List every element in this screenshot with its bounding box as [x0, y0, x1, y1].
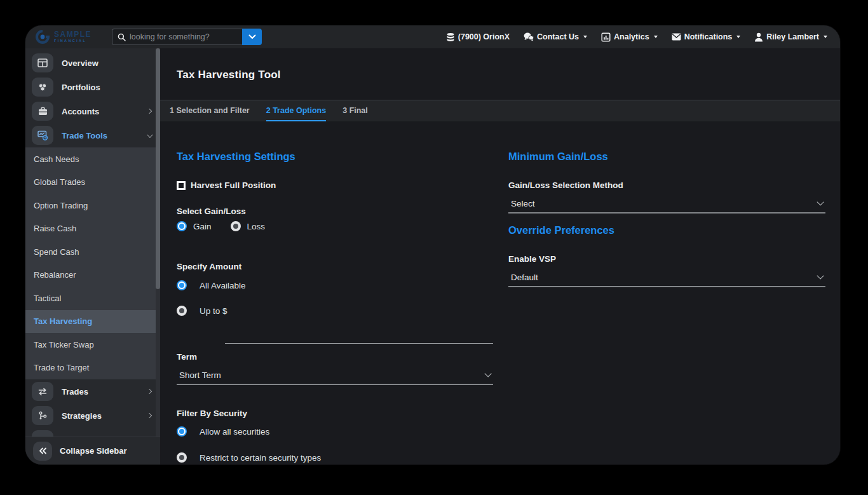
tab-selection-and-filter[interactable]: 1 Selection and Filter — [170, 100, 250, 121]
coins-icon — [37, 83, 48, 92]
sidebar-item-label: Portfolios — [62, 83, 100, 92]
submenu-item-option-trading[interactable]: Option Trading — [25, 194, 160, 217]
checkbox-icon[interactable] — [177, 181, 186, 190]
radio-unselected-icon[interactable] — [177, 452, 187, 463]
grid-icon — [37, 58, 48, 67]
loss-radio[interactable]: Loss — [231, 221, 266, 231]
analytics-menu[interactable]: Analytics — [601, 32, 658, 42]
submenu-item-tactical[interactable]: Tactical — [25, 287, 160, 310]
allow-all-securities-radio[interactable]: Allow all securities — [177, 426, 269, 437]
filter-by-security-label: Filter By Security — [177, 409, 247, 418]
submenu-item-raise-cash[interactable]: Raise Cash — [25, 217, 160, 241]
term-label: Term — [177, 352, 197, 362]
chevron-right-icon — [147, 389, 152, 394]
search-input[interactable] — [130, 32, 237, 41]
trade-tools-submenu: Cash Needs Global Trades Option Trading … — [25, 147, 160, 379]
environment-label: (7900) OrionX — [458, 32, 510, 41]
gain-loss-radio-group: Gain Loss — [177, 221, 265, 231]
caret-down-icon — [654, 36, 658, 38]
briefcase-icon — [38, 107, 48, 116]
sidebar-scrollbar-thumb[interactable] — [156, 48, 160, 289]
caret-down-icon — [824, 36, 827, 38]
checkbox-label: Harvest Full Position — [191, 180, 276, 190]
trade-options-form: Tax Harvesting Settings Harvest Full Pos… — [160, 121, 840, 464]
term-select[interactable]: Short Term — [177, 369, 493, 385]
radio-selected-icon[interactable] — [177, 221, 187, 231]
user-menu[interactable]: Riley Lambert — [754, 32, 827, 42]
section-title: Minimum Gain/Loss — [508, 151, 608, 163]
chevron-down-icon — [248, 34, 256, 39]
tab-final[interactable]: 3 Final — [342, 100, 368, 121]
harvest-full-position-checkbox[interactable]: Harvest Full Position — [177, 180, 276, 190]
sidebar-scrollbar[interactable] — [156, 48, 160, 437]
radio-unselected-icon[interactable] — [231, 221, 241, 231]
caret-down-icon — [736, 36, 740, 38]
logo-subtitle: FINANCIAL — [54, 39, 92, 43]
chevron-down-icon — [817, 272, 824, 279]
sidebar-item-accounts[interactable]: Accounts — [25, 99, 160, 123]
enable-vsp-select[interactable]: Default — [508, 271, 825, 287]
analytics-chart-icon — [601, 32, 611, 42]
contact-us-label: Contact Us — [537, 32, 579, 41]
submenu-item-cash-needs[interactable]: Cash Needs — [25, 147, 160, 171]
caret-down-icon — [583, 36, 587, 38]
sidebar-item-label: Accounts — [62, 107, 99, 116]
chevron-down-icon — [147, 132, 153, 138]
select-gain-loss-label: Select Gain/Loss — [177, 207, 246, 216]
gain-loss-method-select[interactable]: Select — [508, 197, 825, 214]
branch-icon — [38, 411, 47, 420]
section-title: Override Preferences — [508, 224, 614, 236]
collapse-sidebar-label: Collapse Sidebar — [60, 446, 126, 456]
contact-us-menu[interactable]: Contact Us — [524, 32, 587, 41]
tab-trade-options[interactable]: 2 Trade Options — [266, 100, 326, 121]
sidebar-item-strategies[interactable]: Strategies — [25, 403, 160, 428]
radio-selected-icon[interactable] — [177, 280, 187, 290]
top-bar-actions: (7900) OrionX Contact Us — [446, 32, 827, 42]
environment-selector[interactable]: (7900) OrionX — [446, 32, 510, 42]
envelope-icon — [672, 33, 681, 41]
sidebar: Overview Portfolios — [25, 48, 160, 464]
radio-selected-icon[interactable] — [177, 426, 187, 437]
sidebar-item-label: Trade Tools — [62, 131, 107, 140]
sidebar-item-trade-tools[interactable]: Trade Tools — [25, 123, 160, 147]
sidebar-item-trades[interactable]: Trades — [25, 379, 160, 403]
sidebar-item-label: Trades — [62, 387, 88, 397]
logo-icon — [36, 30, 50, 44]
restrict-security-types-radio[interactable]: Restrict to certain security types — [177, 452, 321, 463]
page-title: Tax Harvesting Tool — [177, 69, 281, 81]
submenu-item-tax-ticker-swap[interactable]: Tax Ticker Swap — [25, 333, 160, 356]
search-options-button[interactable] — [242, 29, 262, 45]
sidebar-item-portfolios[interactable]: Portfolios — [25, 75, 160, 99]
chevron-down-icon — [817, 198, 824, 205]
radio-unselected-icon[interactable] — [177, 306, 187, 316]
top-bar: SAMPLE FINANCIAL — [25, 25, 840, 48]
submenu-item-rebalancer[interactable]: Rebalancer — [25, 264, 160, 287]
chevron-right-icon — [147, 413, 152, 418]
collapse-sidebar-button[interactable]: Collapse Sidebar — [25, 437, 160, 464]
sidebar-item-overview[interactable]: Overview — [25, 51, 160, 75]
up-to-amount-radio[interactable]: Up to $ — [177, 306, 227, 316]
tax-harvesting-settings-column: Tax Harvesting Settings Harvest Full Pos… — [177, 121, 493, 464]
enable-vsp-label: Enable VSP — [508, 254, 556, 264]
notifications-label: Notifications — [684, 32, 733, 41]
sidebar-item-label: Strategies — [62, 411, 102, 421]
user-name-label: Riley Lambert — [766, 32, 819, 41]
all-available-radio[interactable]: All Available — [177, 280, 246, 290]
submenu-item-tax-harvesting[interactable]: Tax Harvesting — [25, 310, 160, 334]
submenu-item-global-trades[interactable]: Global Trades — [25, 171, 160, 194]
notifications-menu[interactable]: Notifications — [672, 32, 741, 41]
app-logo[interactable]: SAMPLE FINANCIAL — [36, 30, 109, 44]
gain-radio[interactable]: Gain — [177, 221, 212, 231]
sidebar-item-label: Overview — [62, 58, 98, 68]
amount-input[interactable] — [225, 332, 493, 344]
submenu-item-spend-cash[interactable]: Spend Cash — [25, 240, 160, 264]
chat-bubbles-icon — [524, 32, 534, 41]
app-window: SAMPLE FINANCIAL — [25, 25, 840, 464]
submenu-item-trade-to-target[interactable]: Trade to Target — [25, 356, 160, 380]
specify-amount-label: Specify Amount — [177, 262, 241, 271]
trade-tools-icon — [37, 130, 48, 140]
main-content: Tax Harvesting Tool 1 Selection and Filt… — [160, 48, 840, 464]
user-icon — [754, 32, 763, 42]
wizard-tabs: 1 Selection and Filter 2 Trade Options 3… — [160, 100, 840, 121]
global-search — [112, 29, 262, 45]
